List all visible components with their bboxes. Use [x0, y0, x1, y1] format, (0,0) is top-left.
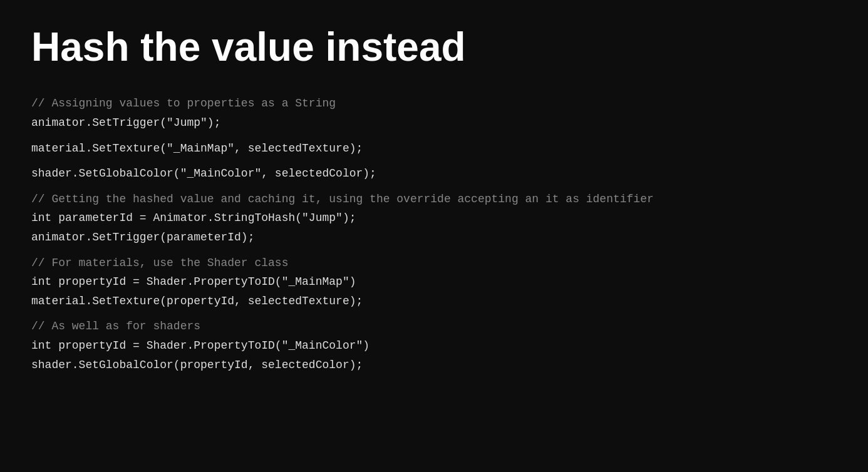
code-line-6: int propertyId = Shader.PropertyToID("_M…: [31, 272, 837, 292]
comment-line-1: // Assigning values to properties as a S…: [31, 94, 837, 113]
code-line-1: animator.SetTrigger("Jump");: [31, 113, 837, 133]
code-line-2: material.SetTexture("_MainMap", selected…: [31, 139, 837, 158]
comment-line-2: // Getting the hashed value and caching …: [31, 190, 837, 209]
code-line-3: shader.SetGlobalColor("_MainColor", sele…: [31, 164, 837, 183]
comment-line-4: // As well as for shaders: [31, 317, 837, 336]
code-block: // Assigning values to properties as a S…: [31, 94, 837, 374]
page-container: Hash the value instead // Assigning valu…: [0, 0, 868, 472]
page-title: Hash the value instead: [31, 25, 837, 69]
spacer-4: [31, 247, 837, 254]
code-line-7: material.SetTexture(propertyId, selected…: [31, 292, 837, 311]
code-line-9: shader.SetGlobalColor(propertyId, select…: [31, 356, 837, 375]
code-line-5: animator.SetTrigger(parameterId);: [31, 228, 837, 247]
spacer-3: [31, 183, 837, 190]
comment-line-3: // For materials, use the Shader class: [31, 254, 837, 273]
spacer-5: [31, 310, 837, 317]
code-line-8: int propertyId = Shader.PropertyToID("_M…: [31, 336, 837, 356]
spacer-2: [31, 158, 837, 164]
code-line-4: int parameterId = Animator.StringToHash(…: [31, 208, 837, 228]
spacer-1: [31, 133, 837, 139]
